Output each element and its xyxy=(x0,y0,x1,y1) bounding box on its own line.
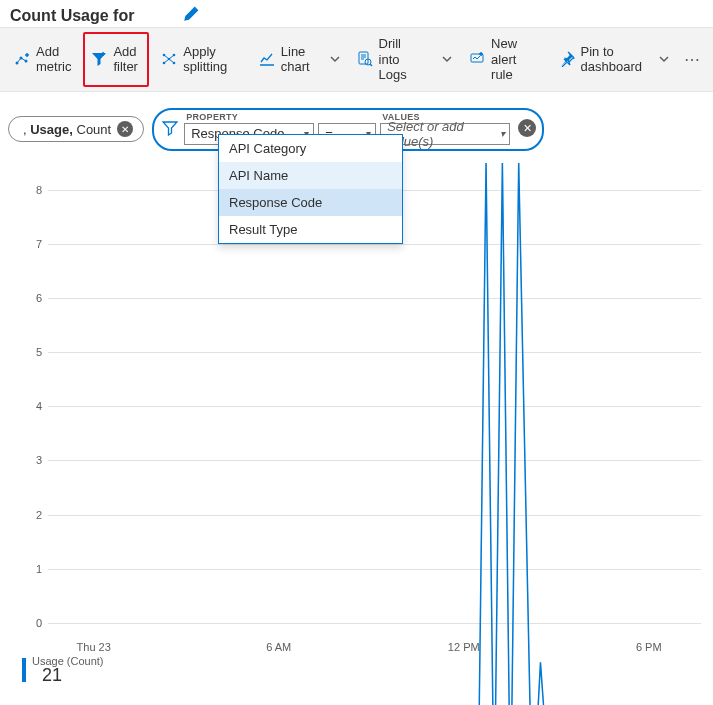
pin-icon xyxy=(559,51,575,67)
chevron-down-icon xyxy=(329,53,341,65)
svg-rect-8 xyxy=(359,52,368,64)
drill-into-logs-button[interactable]: Drill into Logs xyxy=(349,32,434,87)
y-tick-label: 7 xyxy=(8,238,42,250)
new-alert-rule-button[interactable]: New alert rule xyxy=(461,32,547,87)
pin-to-dashboard-button[interactable]: Pin to dashboard xyxy=(551,32,650,87)
dropdown-item[interactable]: API Category xyxy=(219,135,402,162)
filter-icon xyxy=(162,120,178,136)
y-tick-label: 6 xyxy=(8,292,42,304)
dropdown-item[interactable]: Response Code xyxy=(219,189,402,216)
chart-plot xyxy=(48,163,701,705)
page-header: Count Usage for xyxy=(0,0,713,27)
x-tick-label: 12 PM xyxy=(448,641,480,653)
y-tick-label: 2 xyxy=(8,509,42,521)
line-chart-icon xyxy=(259,51,275,67)
dropdown-item[interactable]: API Name xyxy=(219,162,402,189)
more-button[interactable]: ⋯ xyxy=(678,32,707,87)
add-metric-icon xyxy=(14,51,30,67)
property-dropdown: API CategoryAPI NameResponse CodeResult … xyxy=(218,134,403,244)
split-icon xyxy=(161,51,177,67)
dropdown-item[interactable]: Result Type xyxy=(219,216,402,243)
legend-swatch xyxy=(22,658,26,682)
add-metric-button[interactable]: Add metric xyxy=(6,32,79,87)
line-chart-button[interactable]: Line chart xyxy=(251,32,321,87)
x-tick-label: Thu 23 xyxy=(77,641,111,653)
property-label: PROPERTY xyxy=(186,112,314,122)
y-tick-label: 1 xyxy=(8,563,42,575)
alert-icon xyxy=(469,51,485,67)
line-chart-chevron[interactable] xyxy=(325,32,345,87)
y-tick-label: 5 xyxy=(8,346,42,358)
toolbar: Add metric Add filter Apply splitting Li… xyxy=(0,27,713,92)
apply-splitting-button[interactable]: Apply splitting xyxy=(153,32,239,87)
remove-filter-icon[interactable]: ✕ xyxy=(518,119,536,137)
metric-pill[interactable]: , Usage, Count ✕ xyxy=(8,116,144,142)
y-tick-label: 8 xyxy=(8,184,42,196)
chevron-down-icon xyxy=(441,53,453,65)
y-tick-label: 4 xyxy=(8,400,42,412)
add-filter-button[interactable]: Add filter xyxy=(83,32,149,87)
chevron-down-icon: ▾ xyxy=(500,128,505,139)
filter-icon xyxy=(91,51,107,67)
more-icon: ⋯ xyxy=(684,50,701,69)
pin-to-dashboard-chevron[interactable] xyxy=(654,32,674,87)
drill-into-logs-chevron[interactable] xyxy=(437,32,457,87)
remove-metric-icon[interactable]: ✕ xyxy=(117,121,133,137)
x-tick-label: 6 AM xyxy=(266,641,291,653)
x-tick-label: 6 PM xyxy=(636,641,662,653)
chevron-down-icon xyxy=(658,53,670,65)
edit-title-icon[interactable] xyxy=(184,6,199,25)
page-title: Count Usage for xyxy=(10,7,134,25)
y-tick-label: 3 xyxy=(8,454,42,466)
y-tick-label: 0 xyxy=(8,617,42,629)
logs-icon xyxy=(357,51,373,67)
